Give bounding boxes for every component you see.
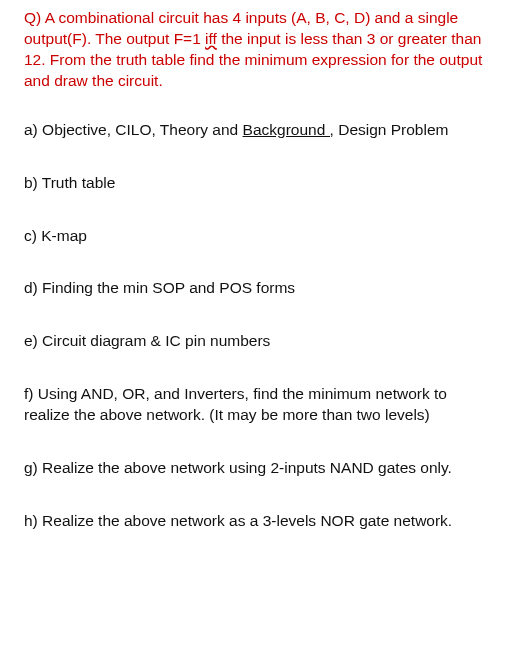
iff-word: iff bbox=[205, 30, 217, 47]
document-page: Q) A combinational circuit has 4 inputs … bbox=[0, 0, 508, 552]
item-d: d) Finding the min SOP and POS forms bbox=[24, 278, 484, 299]
item-g: g) Realize the above network using 2-inp… bbox=[24, 458, 484, 479]
item-a-post: Design Problem bbox=[334, 121, 449, 138]
item-a-pre: a) Objective, CILO, Theory and bbox=[24, 121, 243, 138]
item-a: a) Objective, CILO, Theory and Backgroun… bbox=[24, 120, 484, 141]
item-e: e) Circuit diagram & IC pin numbers bbox=[24, 331, 484, 352]
item-h: h) Realize the above network as a 3-leve… bbox=[24, 511, 484, 532]
item-b: b) Truth table bbox=[24, 173, 484, 194]
question-text: Q) A combinational circuit has 4 inputs … bbox=[24, 8, 484, 92]
item-f: f) Using AND, OR, and Inverters, find th… bbox=[24, 384, 484, 426]
item-c: c) K-map bbox=[24, 226, 484, 247]
item-a-underlined: Background , bbox=[243, 121, 334, 138]
